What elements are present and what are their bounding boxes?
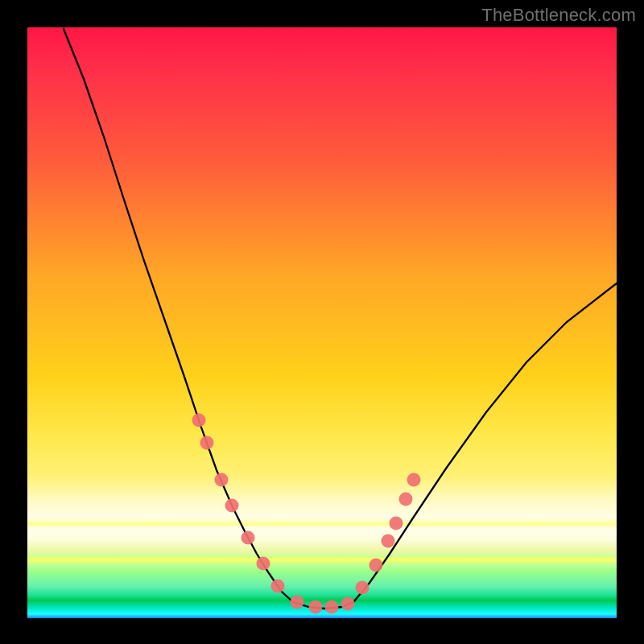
marker-dot: [271, 580, 285, 593]
marker-dot: [382, 535, 395, 548]
marker-dot: [341, 597, 355, 611]
marker-dot: [399, 493, 413, 506]
marker-dot: [242, 531, 255, 545]
marker-dots: [192, 414, 421, 614]
marker-dot: [325, 601, 339, 614]
marker-dot: [356, 581, 369, 595]
marker-dot: [225, 499, 239, 513]
marker-dot: [390, 517, 403, 530]
marker-dot: [257, 557, 270, 571]
chart-frame: TheBottleneck.com: [0, 0, 644, 644]
marker-dot: [369, 559, 383, 572]
marker-dot: [200, 436, 214, 450]
curve-layer: [27, 27, 617, 618]
plot-area: [27, 27, 617, 618]
marker-dot: [309, 601, 323, 614]
marker-dot: [407, 473, 421, 487]
marker-dot: [192, 414, 206, 427]
marker-dot: [291, 596, 304, 609]
watermark-text: TheBottleneck.com: [481, 5, 636, 26]
v-curve-path: [64, 29, 617, 609]
marker-dot: [215, 473, 229, 487]
v-curve: [64, 29, 617, 609]
